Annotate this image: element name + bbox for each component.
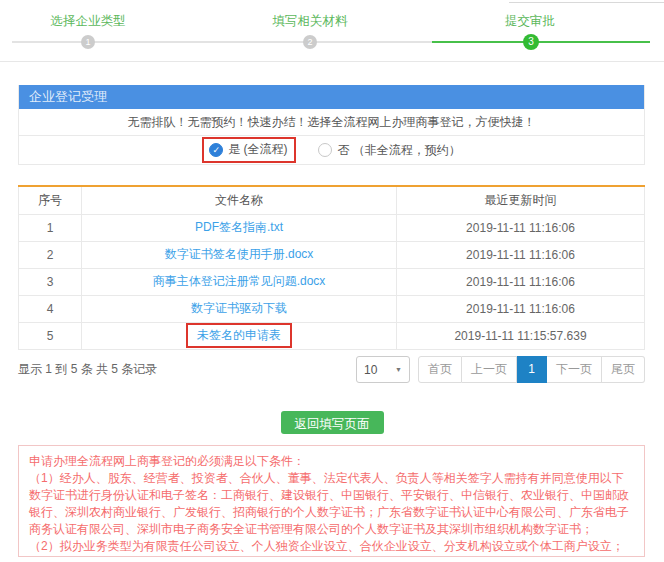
table-row: 1 PDF签名指南.txt 2019-11-11 11:16:06 <box>19 214 645 241</box>
promo-text: 无需排队！无需预约！快速办结！选择全流程网上办理商事登记，方便快捷！ <box>19 109 644 136</box>
notice-condition-3: （3）企业名称不需要相关机关核准的； <box>29 555 634 557</box>
chevron-down-icon: ▼ <box>395 366 402 373</box>
pager-prev-button[interactable]: 上一页 <box>462 356 517 383</box>
record-summary: 显示 1 到 5 条 共 5 条记录 <box>18 361 157 378</box>
page-size-select[interactable]: 10 ▼ <box>356 356 410 383</box>
radio-checked-icon: ✓ <box>212 145 220 155</box>
panel-title: 企业登记受理 <box>19 85 644 109</box>
step-2-circle: 2 <box>303 35 317 49</box>
file-link-pdf-sign-guide[interactable]: PDF签名指南.txt <box>195 220 283 234</box>
table-row: 2 数字证书签名使用手册.docx 2019-11-11 11:16:06 <box>19 241 645 268</box>
step-indicator: 选择企业类型 填写相关材料 提交审批 1 2 3 <box>0 0 664 62</box>
notice-intro: 申请办理全流程网上商事登记的必须满足以下条件： <box>29 453 634 470</box>
table-row: 4 数字证书驱动下载 2019-11-11 11:16:06 <box>19 295 645 322</box>
radio-full-process[interactable]: ✓ <box>209 143 223 157</box>
step-2-label: 填写相关材料 <box>240 13 380 30</box>
table-header-row: 序号 文件名称 最近更新时间 <box>19 186 645 214</box>
highlight-box-full-process: ✓ 是 (全流程) <box>202 137 296 163</box>
step-1-label: 选择企业类型 <box>18 13 158 30</box>
pager-last-button[interactable]: 尾页 <box>602 356 645 383</box>
header-no: 序号 <box>19 186 82 214</box>
files-table: 序号 文件名称 最近更新时间 1 PDF签名指南.txt 2019-11-11 … <box>18 185 645 350</box>
process-type-radio-group: ✓ 是 (全流程) 否 （非全流程，预约） <box>19 136 644 164</box>
pagination-controls: 10 ▼ 首页 上一页 1 下一页 尾页 <box>356 356 645 383</box>
cell-time: 2019-11-11 11:16:06 <box>397 214 645 241</box>
requirements-notice: 申请办理全流程网上商事登记的必须满足以下条件： （1）经办人、股东、经营者、投资… <box>18 445 645 557</box>
radio-full-process-label: 是 (全流程) <box>228 141 287 158</box>
back-to-form-button[interactable]: 返回填写页面 <box>281 411 384 434</box>
highlight-box-unsigned-form: 未签名的申请表 <box>186 323 292 348</box>
cell-no: 4 <box>19 295 82 322</box>
step-1-circle: 1 <box>81 35 95 49</box>
cell-no: 5 <box>19 322 82 349</box>
table-footer: 显示 1 到 5 条 共 5 条记录 10 ▼ 首页 上一页 1 下一页 尾页 <box>18 356 645 384</box>
file-link-unsigned-form[interactable]: 未签名的申请表 <box>197 328 281 342</box>
cell-time: 2019-11-11 11:16:06 <box>397 295 645 322</box>
pager-first-button[interactable]: 首页 <box>418 356 462 383</box>
file-link-faq[interactable]: 商事主体登记注册常见问题.docx <box>153 274 326 288</box>
radio-option-non-full: 否 （非全流程，预约） <box>318 142 460 159</box>
table-row: 5 未签名的申请表 2019-11-11 11:15:57.639 <box>19 322 645 349</box>
pager: 首页 上一页 1 下一页 尾页 <box>418 356 645 383</box>
page-size-value: 10 <box>364 363 377 377</box>
button-row: 返回填写页面 <box>0 411 664 434</box>
step-3-label: 提交审批 <box>460 13 600 30</box>
cell-time: 2019-11-11 11:15:57.639 <box>397 322 645 349</box>
radio-non-full-process-label: 否 （非全流程，预约） <box>337 142 460 159</box>
file-link-cert-driver[interactable]: 数字证书驱动下载 <box>191 301 287 315</box>
cell-time: 2019-11-11 11:16:06 <box>397 241 645 268</box>
header-name: 文件名称 <box>82 186 397 214</box>
cell-no: 3 <box>19 268 82 295</box>
registration-acceptance-panel: 企业登记受理 无需排队！无需预约！快速办结！选择全流程网上办理商事登记，方便快捷… <box>18 85 645 165</box>
cell-no: 1 <box>19 214 82 241</box>
table-row: 3 商事主体登记注册常见问题.docx 2019-11-11 11:16:06 <box>19 268 645 295</box>
file-link-cert-manual[interactable]: 数字证书签名使用手册.docx <box>165 247 314 261</box>
pager-page-1-button[interactable]: 1 <box>517 356 547 383</box>
header-time: 最近更新时间 <box>397 186 645 214</box>
top-right-divider <box>509 2 664 3</box>
cell-time: 2019-11-11 11:16:06 <box>397 268 645 295</box>
cell-no: 2 <box>19 241 82 268</box>
pager-next-button[interactable]: 下一页 <box>547 356 602 383</box>
notice-condition-1: （1）经办人、股东、经营者、投资者、合伙人、董事、法定代表人、负责人等相关签字人… <box>29 470 634 538</box>
step-track-active <box>432 41 650 43</box>
radio-non-full-process[interactable] <box>318 143 332 157</box>
notice-condition-2: （2）拟办业务类型为有限责任公司设立、个人独资企业设立、合伙企业设立、分支机构设… <box>29 538 634 555</box>
step-3-circle-active: 3 <box>523 34 539 50</box>
